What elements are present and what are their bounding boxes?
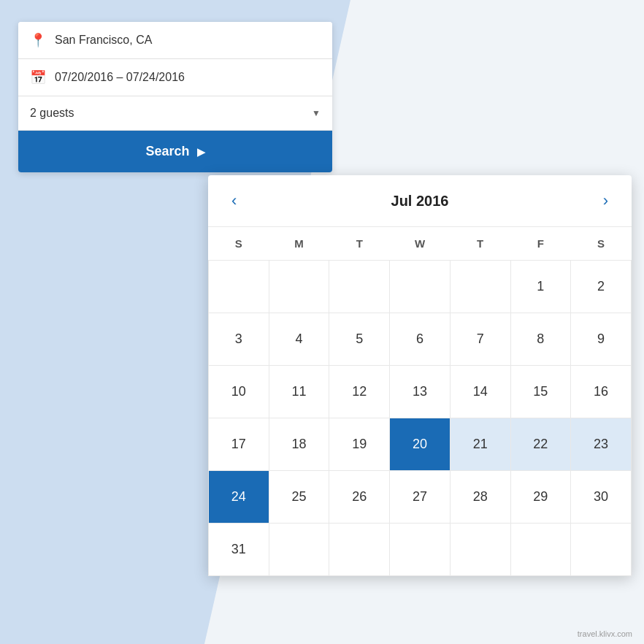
search-button[interactable]: Search ▶ (18, 131, 332, 172)
calendar-day[interactable]: 16 (571, 366, 632, 418)
day-number: 20 (390, 418, 450, 470)
calendar-day (390, 524, 451, 576)
day-header-tue: T (329, 227, 390, 261)
day-number: 5 (329, 313, 389, 365)
next-month-button[interactable]: › (597, 188, 614, 213)
calendar-week-row: 17181920212223 (209, 418, 632, 471)
calendar-day-headers: S M T W T F S (209, 227, 632, 261)
day-header-sat: S (571, 227, 632, 261)
guests-field[interactable]: 2 guests ▼ (18, 96, 332, 131)
calendar-week-row: 24252627282930 (209, 471, 632, 524)
calendar-day[interactable]: 3 (209, 313, 269, 366)
chevron-down-icon: ▼ (312, 108, 321, 118)
day-number: 6 (390, 313, 450, 365)
guests-value: 2 guests (30, 107, 312, 120)
calendar-day[interactable]: 29 (510, 471, 571, 524)
day-number: 18 (269, 418, 329, 470)
day-number: 31 (209, 524, 269, 575)
calendar-day[interactable]: 4 (269, 313, 329, 366)
calendar-day[interactable]: 28 (450, 471, 510, 524)
calendar-day[interactable]: 11 (269, 366, 329, 418)
day-header-wed: W (390, 227, 451, 261)
calendar-day[interactable]: 18 (269, 418, 329, 471)
day-number: 17 (209, 418, 269, 470)
calendar-day[interactable]: 21 (450, 418, 510, 471)
day-number: 16 (571, 366, 631, 418)
day-header-fri: F (510, 227, 571, 261)
calendar-card: ‹ Jul 2016 › S M T W T F S 1234567891011… (208, 175, 632, 576)
calendar-day (269, 261, 329, 313)
day-number: 26 (329, 471, 389, 523)
day-number: 8 (511, 313, 571, 365)
search-card: 📍 San Francisco, CA 📅 07/20/2016 – 07/24… (18, 22, 332, 172)
calendar-day[interactable]: 25 (269, 471, 329, 524)
day-number: 22 (511, 418, 571, 470)
day-number: 28 (451, 471, 510, 523)
calendar-day[interactable]: 7 (450, 313, 510, 366)
calendar-day[interactable]: 9 (571, 313, 632, 366)
day-number: 1 (511, 261, 571, 313)
calendar-day[interactable]: 2 (571, 261, 632, 313)
calendar-week-row: 31 (209, 524, 632, 576)
calendar-day (510, 524, 571, 576)
day-number: 29 (511, 471, 571, 523)
calendar-day (571, 524, 632, 576)
day-number: 2 (571, 261, 631, 313)
calendar-day[interactable]: 22 (510, 418, 571, 471)
day-number: 12 (329, 366, 389, 418)
location-field[interactable]: 📍 San Francisco, CA (18, 22, 332, 59)
calendar-week-row: 10111213141516 (209, 366, 632, 418)
date-field[interactable]: 📅 07/20/2016 – 07/24/2016 (18, 59, 332, 96)
calendar-month-year: Jul 2016 (391, 193, 449, 210)
day-number: 13 (390, 366, 450, 418)
calendar-day (450, 524, 510, 576)
day-number: 27 (390, 471, 450, 523)
calendar-day[interactable]: 26 (329, 471, 390, 524)
calendar-day[interactable]: 13 (390, 366, 451, 418)
calendar-day[interactable]: 20 (390, 418, 451, 471)
day-number: 14 (451, 366, 510, 418)
calendar-day[interactable]: 31 (209, 524, 269, 576)
day-number: 3 (209, 313, 269, 365)
calendar-week-row: 3456789 (209, 313, 632, 366)
day-number: 30 (571, 471, 631, 523)
calendar-day (269, 524, 329, 576)
calendar-day[interactable]: 19 (329, 418, 390, 471)
calendar-day (329, 261, 390, 313)
day-number: 15 (511, 366, 571, 418)
day-number: 4 (269, 313, 329, 365)
prev-month-button[interactable]: ‹ (226, 188, 242, 213)
day-number: 21 (451, 418, 510, 470)
day-number: 11 (269, 366, 329, 418)
calendar-day[interactable]: 5 (329, 313, 390, 366)
calendar-week-row: 12 (209, 261, 632, 313)
day-number: 24 (209, 471, 269, 523)
day-header-sun: S (209, 227, 269, 261)
calendar-icon: 📅 (30, 69, 46, 85)
calendar-day[interactable]: 23 (571, 418, 632, 471)
calendar-grid: S M T W T F S 12345678910111213141516171… (208, 227, 632, 576)
day-number: 23 (571, 418, 631, 470)
date-value: 07/20/2016 – 07/24/2016 (55, 71, 321, 84)
day-number: 7 (451, 313, 510, 365)
day-number: 10 (209, 366, 269, 418)
calendar-day[interactable]: 14 (450, 366, 510, 418)
calendar-day[interactable]: 24 (209, 471, 269, 524)
day-number: 19 (329, 418, 389, 470)
watermark: travel.klivx.com (578, 629, 632, 638)
day-number: 9 (571, 313, 631, 365)
calendar-day[interactable]: 17 (209, 418, 269, 471)
calendar-day[interactable]: 15 (510, 366, 571, 418)
calendar-day[interactable]: 6 (390, 313, 451, 366)
calendar-day[interactable]: 1 (510, 261, 571, 313)
calendar-day[interactable]: 30 (571, 471, 632, 524)
calendar-day[interactable]: 8 (510, 313, 571, 366)
search-arrow-icon: ▶ (197, 146, 205, 158)
calendar-day (390, 261, 451, 313)
calendar-day[interactable]: 10 (209, 366, 269, 418)
calendar-day[interactable]: 12 (329, 366, 390, 418)
calendar-day[interactable]: 27 (390, 471, 451, 524)
location-value: San Francisco, CA (55, 34, 321, 47)
day-number: 25 (269, 471, 329, 523)
calendar-day (329, 524, 390, 576)
